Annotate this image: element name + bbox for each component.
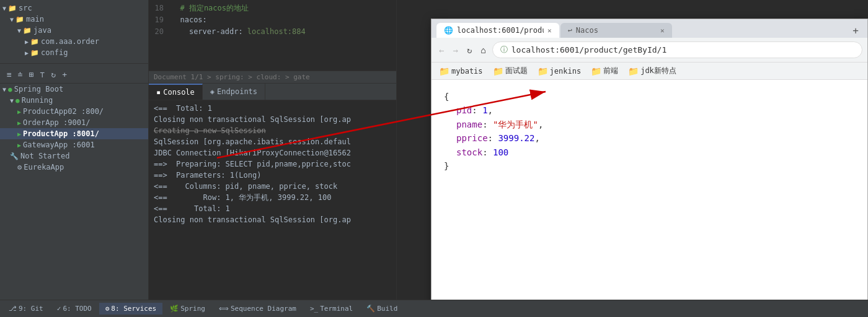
json-close-brace: } (444, 159, 855, 173)
toolbar-btn-5[interactable]: ↻ (49, 69, 58, 80)
console-line-5: JDBC Connection [HikariProxyConnection@1… (154, 147, 391, 158)
tree-main[interactable]: ▼ 📁 main (0, 14, 148, 25)
browser-tab-icon-1: 🌐 (444, 26, 453, 35)
eureka-app[interactable]: ⚙ EurekaApp (0, 162, 148, 173)
bottom-tab-git[interactable]: ⎇ 9: Git (2, 303, 50, 315)
bookmark-folder-icon-4: 📁 (591, 66, 601, 76)
terminal-icon: >_ (310, 305, 318, 313)
console-line-10: <== Total: 1 (154, 203, 391, 214)
console-line-11: Closing non transactional SqlSession [or… (154, 214, 391, 225)
console-tab-bar: ▪ Console ◈ Endpoints (149, 84, 396, 100)
services-icon: ⚙ (105, 305, 110, 313)
browser-window: 🌐 localhost:6001/product/getBy ✕ ↩ Nacos… (431, 19, 868, 300)
tree-com-aaa-order[interactable]: ▶ 📁 com.aaa.order (0, 36, 148, 47)
bookmark-mybatis[interactable]: 📁 mybatis (436, 65, 485, 77)
bookmark-folder-icon-2: 📁 (493, 66, 503, 76)
bookmark-jdk[interactable]: 📁 jdk新特点 (626, 64, 679, 77)
code-line-19: nacos: (171, 14, 396, 26)
todo-icon: ✓ (57, 305, 61, 313)
back-button[interactable]: ← (436, 44, 446, 56)
bottom-tab-build[interactable]: 🔨 Build (360, 303, 404, 315)
not-started-group: 🔧 Not Started (0, 150, 148, 162)
product-app-02[interactable]: ▶ ProductApp02 :800/ (0, 106, 148, 117)
tab-console[interactable]: ▪ Console (149, 84, 203, 100)
bottom-tab-terminal[interactable]: >_ Terminal (304, 303, 359, 315)
bookmark-folder-icon-3: 📁 (538, 66, 548, 76)
toolbar-btn-add[interactable]: + (60, 69, 69, 80)
browser-json-content: { pid: 1, pname: "华为手机", pprice: 3999.22… (432, 80, 867, 300)
endpoints-icon: ◈ (210, 87, 215, 96)
code-line-20: server-addr: localhost:884 (171, 26, 396, 38)
build-icon: 🔨 (366, 305, 375, 313)
console-line-7: ==> Parameters: 1(Long) (154, 170, 391, 181)
browser-tab-bar: 🌐 localhost:6001/product/getBy ✕ ↩ Nacos… (432, 19, 867, 38)
bottom-tab-todo[interactable]: ✓ 6: TODO (51, 303, 98, 315)
console-line-6: ==> Preparing: SELECT pid,pname,pprice,s… (154, 158, 391, 170)
console-line-9: <== Row: 1, 华为手机, 3999.22, 100 (154, 192, 391, 203)
home-button[interactable]: ⌂ (478, 44, 488, 56)
gateway-app[interactable]: ▶ GatewayApp :6001 (0, 139, 148, 150)
browser-tab-active[interactable]: 🌐 localhost:6001/product/getBy ✕ (436, 23, 559, 38)
spring-boot-root[interactable]: ▼ ● Spring Boot (0, 84, 148, 95)
breadcrumb: Document 1/1 > spring: > cloud: > gate (149, 71, 396, 84)
browser-tab-close-1[interactable]: ✕ (547, 27, 552, 35)
lock-icon: ⓘ (500, 45, 508, 55)
browser-nav: ← → ↻ ⌂ ⓘ localhost:6001/product/getById… (432, 38, 867, 63)
bookmark-interview[interactable]: 📁 面试题 (490, 64, 530, 77)
browser-tab-close-2[interactable]: ✕ (660, 27, 665, 35)
bottom-tab-services[interactable]: ⚙ 8: Services (99, 303, 162, 315)
browser-tab-nacos[interactable]: ↩ Nacos ✕ (560, 23, 672, 38)
reload-button[interactable]: ↻ (464, 44, 474, 56)
bottom-bar: ⎇ 9: Git ✓ 6: TODO ⚙ 8: Services 🌿 Sprin… (0, 300, 868, 317)
editor-area: 18 19 20 # 指定nacos的地址 nacos: server-addr… (149, 0, 397, 300)
console-line-4: SqlSession [org.apache.ibatis.session.de… (154, 136, 391, 147)
console-output: <== Total: 1 Closing non transactional S… (149, 100, 396, 300)
git-icon: ⎇ (9, 305, 17, 313)
line-numbers: 18 19 20 (149, 0, 167, 40)
toolbar-btn-4[interactable]: ⊤ (38, 69, 46, 80)
console-icon: ▪ (156, 88, 161, 97)
console-line-1: <== Total: 1 (154, 103, 391, 114)
json-field-pname: pname: "华为手机", (456, 118, 855, 131)
sequence-icon: ⟺ (219, 305, 229, 313)
console-line-2: Closing non transactional SqlSession [or… (154, 114, 391, 125)
bookmark-folder-icon-5: 📁 (628, 66, 639, 76)
running-group[interactable]: ▼ ● Running (0, 95, 148, 106)
toolbar-btn-2[interactable]: ≐ (16, 69, 25, 80)
toolbar-btn-1[interactable]: ≡ (5, 69, 14, 80)
address-bar[interactable]: ⓘ localhost:6001/product/getById/1 (492, 41, 862, 58)
new-tab-button[interactable]: + (849, 25, 862, 37)
forward-button[interactable]: → (450, 44, 460, 56)
tab-endpoints[interactable]: ◈ Endpoints (203, 84, 265, 100)
tree-config[interactable]: ▶ 📁 config (0, 47, 148, 58)
json-field-pid: pid: 1, (456, 103, 855, 117)
bookmark-jenkins[interactable]: 📁 jenkins (535, 65, 584, 77)
bookmark-frontend[interactable]: 📁 前端 (588, 64, 621, 77)
spring-icon: 🌿 (170, 305, 179, 313)
code-editor[interactable]: 18 19 20 # 指定nacos的地址 nacos: server-addr… (149, 0, 396, 71)
services-toolbar: ≡ ≐ ⊞ ⊤ ↻ + (0, 66, 148, 84)
tree-java[interactable]: ▼ 📁 java (0, 25, 148, 36)
toolbar-btn-3[interactable]: ⊞ (27, 69, 36, 80)
json-field-stock: stock: 100 (456, 145, 855, 159)
console-line-3: Creating a new SqlSession (154, 125, 391, 136)
code-line-18: # 指定nacos的地址 (171, 2, 396, 14)
order-app[interactable]: ▶ OrderApp :9001/ (0, 117, 148, 128)
tree-src[interactable]: ▼ 📁 src (0, 2, 148, 14)
json-field-pprice: pprice: 3999.22, (456, 131, 855, 145)
console-line-8: <== Columns: pid, pname, pprice, stock (154, 181, 391, 192)
bottom-tab-sequence[interactable]: ⟺ Sequence Diagram (213, 303, 303, 315)
file-tree: ▼ 📁 src ▼ 📁 main ▼ 📁 java ▶ 📁 com.aaa.or… (0, 0, 149, 300)
browser-tab-icon-2: ↩ (568, 26, 572, 35)
product-app[interactable]: ▶ ProductApp :8001/ (0, 128, 148, 139)
code-content: # 指定nacos的地址 nacos: server-addr: localho… (171, 0, 396, 40)
bookmark-folder-icon-1: 📁 (439, 66, 450, 76)
json-open-brace: { (444, 90, 855, 103)
bookmarks-bar: 📁 mybatis 📁 面试题 📁 jenkins 📁 前端 📁 (432, 63, 867, 80)
bottom-tab-spring[interactable]: 🌿 Spring (164, 303, 211, 315)
